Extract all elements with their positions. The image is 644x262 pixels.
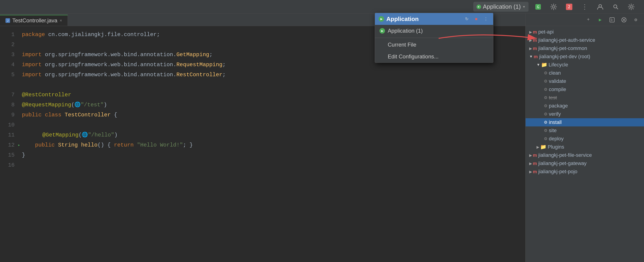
tree-expand-icon: ▶	[529, 161, 532, 166]
run-config-selector[interactable]: ▶ Application (1) ▾	[473, 2, 528, 12]
svg-point-7	[630, 6, 632, 8]
settings-gear-button[interactable]	[548, 1, 560, 13]
svg-text:G: G	[537, 5, 539, 9]
tree-item-label: clean	[549, 70, 561, 76]
tree-item-label: jialiangkj-pet-file-service	[538, 152, 592, 158]
tree-expand-icon: ▶	[536, 145, 539, 149]
maven-module-icon: m	[533, 38, 537, 43]
maven-tree-item-install[interactable]: ⚙ install	[526, 118, 644, 126]
tree-item-label: jialiangkj-pet-dev (root)	[539, 54, 590, 60]
code-line-4: import org.springframework.web.bind.anno…	[22, 60, 525, 70]
run-config-name: Application (1)	[483, 3, 521, 10]
folder-icon: 📁	[540, 144, 546, 150]
lifecycle-goal-icon: ⚙	[544, 136, 548, 141]
maven-tree-item-compile[interactable]: ⚙ compile	[526, 85, 644, 94]
maven-tree-item-pojo[interactable]: ▶ m jialiangkj-pet-pojo	[526, 168, 644, 176]
git-toolbox-button[interactable]: G	[532, 1, 544, 13]
maven-debug-button[interactable]	[608, 15, 616, 24]
tree-expand-icon: ▶	[529, 170, 532, 174]
tree-item-label: jialiangkj-pet-gateway	[538, 160, 587, 166]
editor-tab-testcontroller[interactable]: J TestController.java ×	[0, 15, 68, 26]
maven-plus-button[interactable]: +	[584, 15, 593, 24]
maven-tree-item-verify[interactable]: ⚙ verify	[526, 110, 644, 118]
code-line-12: ● ● ▶ public String hello() { return "He…	[22, 140, 525, 150]
java-file-icon: J	[6, 18, 10, 23]
more-options-button[interactable]: ⋮	[579, 1, 590, 13]
maven-tree-item-deploy[interactable]: ⚙ deploy	[526, 135, 644, 143]
close-tab-button[interactable]: ×	[60, 18, 62, 23]
maven-module-icon: m	[533, 30, 537, 35]
code-line-2	[22, 40, 525, 50]
tree-item-label: validate	[549, 78, 566, 84]
chevron-down-icon: ▾	[522, 4, 525, 10]
editor-area: J TestController.java × 1 2 3 4 5 7 8 9 …	[0, 14, 525, 262]
lifecycle-goal-icon: ⚙	[544, 120, 548, 125]
maven-tree-item-common[interactable]: ▶ m jialiangkj-pet-common	[526, 44, 644, 52]
tree-item-label: install	[549, 119, 562, 125]
right-toolbar: + ▶ ⚙	[526, 14, 644, 26]
lifecycle-goal-icon: ⚙	[544, 95, 548, 100]
maven-tree-item-dev-root[interactable]: ▼ m jialiangkj-pet-dev (root)	[526, 52, 644, 61]
lifecycle-goal-icon: ⚙	[544, 104, 548, 108]
line-numbers: 1 2 3 4 5 7 8 9 10 11 12 15 16	[0, 30, 18, 258]
code-line-7: ● @RestController	[22, 90, 525, 100]
tree-item-label: pet-api	[538, 29, 554, 35]
lifecycle-goal-icon: ⚙	[544, 87, 548, 92]
maven-tree-item-site[interactable]: ⚙ site	[526, 126, 644, 135]
code-line-8: ● @RequestMapping(🌐"/test")	[22, 100, 525, 110]
maven-tree-item-gateway[interactable]: ▶ m jialiangkj-pet-gateway	[526, 159, 644, 168]
right-panel: + ▶ ⚙ ▶ m pet-api	[525, 14, 644, 262]
maven-module-icon: m	[533, 46, 537, 51]
svg-point-2	[552, 6, 555, 8]
maven-run-button[interactable]: ▶	[596, 15, 605, 24]
coverage-button[interactable]: 2	[563, 1, 575, 13]
lifecycle-goal-icon: ⚙	[544, 128, 548, 133]
lifecycle-goal-icon: ⚙	[544, 112, 548, 116]
code-line-6	[22, 80, 525, 90]
maven-tree-item-pet-api[interactable]: ▶ m pet-api	[526, 28, 644, 36]
tree-collapse-icon: ▼	[536, 63, 540, 67]
tree-item-label: jialiangkj-pet-pojo	[538, 169, 577, 174]
maven-tree-item-plugins[interactable]: ▶ 📁 Plugins	[526, 143, 644, 151]
run-config-icon: ▶	[476, 4, 481, 9]
tree-expand-icon: ▶	[529, 153, 532, 158]
tree-item-label: Lifecycle	[548, 62, 568, 68]
maven-tree-item-auth-service[interactable]: ▶ m jialiangkj-pet-auth-service	[526, 36, 644, 44]
folder-icon: 📁	[541, 62, 547, 68]
maven-tree-item-test[interactable]: ⚙ test	[526, 94, 644, 102]
tab-bar: J TestController.java ×	[0, 14, 525, 26]
tree-item-label: Plugins	[548, 144, 564, 150]
code-line-11: @GetMapping(🌐"/hello")	[22, 130, 525, 140]
tree-item-label: compile	[549, 86, 566, 92]
tree-expand-icon: ▶	[529, 38, 532, 42]
tree-item-label: site	[549, 128, 556, 134]
maven-tree-item-lifecycle[interactable]: ▼ 📁 Lifecycle	[526, 61, 644, 69]
user-button[interactable]	[594, 1, 606, 13]
tree-item-label: jialiangkj-pet-auth-service	[538, 37, 595, 43]
maven-skip-button[interactable]	[619, 15, 628, 24]
tree-item-label: package	[549, 103, 568, 109]
maven-tree-item-package[interactable]: ⚙ package	[526, 102, 644, 110]
search-button[interactable]	[610, 1, 622, 13]
ide-settings-button[interactable]	[625, 1, 637, 13]
maven-tree-item-validate[interactable]: ⚙ validate	[526, 77, 644, 85]
maven-tree-item-file-service[interactable]: ▶ m jialiangkj-pet-file-service	[526, 151, 644, 159]
maven-tree: ▶ m pet-api ▶ m jialiangkj-pet-auth-serv…	[526, 26, 644, 262]
code-line-10	[22, 120, 525, 130]
code-content: package cn.com.jialiangkj.file.controlle…	[18, 30, 525, 258]
code-line-16	[22, 160, 525, 170]
maven-settings-button[interactable]: ⚙	[631, 15, 640, 24]
tab-filename: TestController.java	[12, 17, 57, 24]
svg-text:2: 2	[568, 4, 570, 9]
maven-tree-item-clean[interactable]: ⚙ clean	[526, 69, 644, 77]
tree-item-label: jialiangkj-pet-common	[538, 46, 587, 51]
main-area: J TestController.java × 1 2 3 4 5 7 8 9 …	[0, 14, 644, 262]
code-line-1: package cn.com.jialiangkj.file.controlle…	[22, 30, 525, 40]
tree-item-label: deploy	[549, 136, 564, 142]
tree-item-label: verify	[549, 111, 561, 117]
code-editor: 1 2 3 4 5 7 8 9 10 11 12 15 16 package c…	[0, 26, 525, 262]
maven-module-icon: m	[533, 153, 537, 158]
tree-collapse-icon: ▼	[529, 54, 533, 59]
tree-item-label: test	[549, 95, 557, 101]
maven-module-icon: m	[533, 169, 537, 174]
